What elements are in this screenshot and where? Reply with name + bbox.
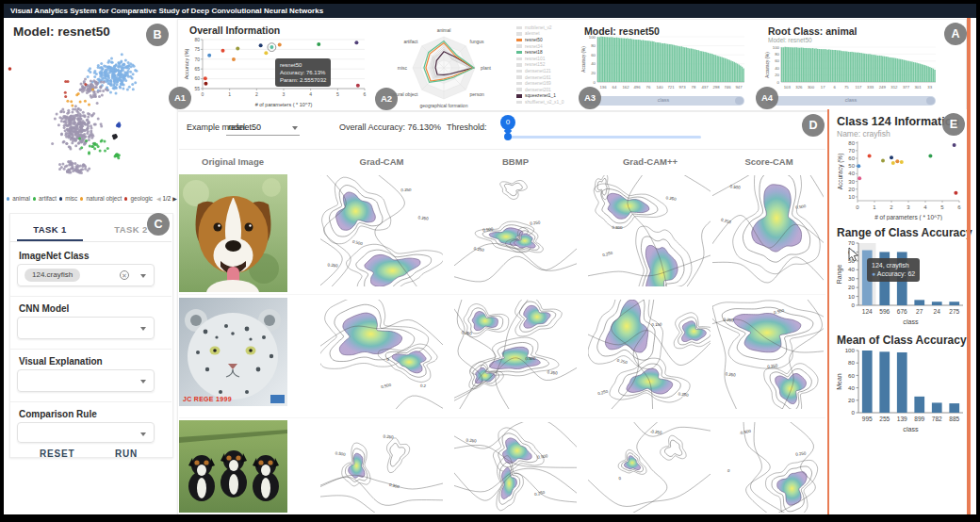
chart-text: 6 [364, 91, 367, 97]
chart-text: 0 [852, 302, 856, 308]
chart-text: 40 [848, 384, 855, 391]
saliency-map-bbmp-row1[interactable]: 0.2500.5000.250 [454, 300, 577, 409]
tooltip-accuracy: Accuracy: 76.13% [280, 69, 326, 76]
legend-swatch [516, 63, 522, 67]
class-hierarchy-radar[interactable]: animalfungusplantpersongeographical form… [390, 23, 513, 113]
model-accuracy-bars[interactable]: 0204060801001366416249676140721973784372… [580, 34, 746, 94]
chart-text: 40 [848, 266, 855, 272]
legend-label: densenet201 [525, 88, 551, 92]
saliency-map-grad-cam-row0[interactable]: 0.2500.2500.5000.250 [320, 175, 443, 286]
radar-legend-item-mobilenet_v2[interactable]: mobilenet_v2 [516, 24, 584, 31]
model-chart-xlabel: class [582, 97, 744, 103]
chart-text: 20 [848, 284, 855, 290]
saliency-map-score-cam-row1[interactable]: 0.2500.5000.2500.250 [712, 300, 824, 409]
class-info-scatter[interactable]: 10203040506070800123456# of parameters (… [835, 138, 967, 220]
class-chip[interactable]: 124.crayfish [24, 269, 80, 282]
cnn-model-select[interactable] [17, 317, 155, 339]
radar-legend-item-resnet50[interactable]: resnet50 [516, 37, 584, 43]
divider [9, 349, 172, 350]
radar-legend-item-resnet18[interactable]: resnet18 [516, 49, 584, 56]
visual-explanation-select[interactable] [17, 369, 155, 392]
legend-label: resnet18 [525, 50, 543, 55]
chart-text: 995 [862, 416, 873, 422]
chart-text: 5 [940, 204, 944, 210]
radar-legend-item-densenet121[interactable]: densenet121 [516, 68, 584, 74]
saliency-map-score-cam-row2[interactable]: -0.5000.2500 [712, 422, 824, 513]
chart-text: 596 [879, 308, 890, 315]
row-divider [179, 417, 825, 418]
legend-label: resnet101 [525, 57, 545, 61]
badge-a2: A2 [375, 88, 398, 110]
chart-text: 496 [633, 85, 641, 90]
radar-legend-item-resnet152[interactable]: resnet152 [516, 62, 584, 69]
radar-legend-item-densenet169[interactable]: densenet169 [516, 80, 584, 87]
legend-swatch [516, 32, 522, 36]
chart-text: 0.500 [729, 184, 741, 189]
radar-legend-item-resnet101[interactable]: resnet101 [516, 56, 584, 62]
saliency-map-grad-cam-pp-row1[interactable]: 0.1500.2500.2500.250 [588, 300, 710, 409]
chart-text: 33 [927, 85, 932, 90]
root-class-xlabel: class [766, 97, 936, 103]
radar-legend-item-squeezenet1_1[interactable]: squeezenet1_1 [516, 93, 584, 100]
legend-label: squeezenet1_1 [525, 93, 556, 98]
mean-accuracy-bars[interactable]: 020406080100995255139899782885classMean [835, 345, 967, 433]
chart-text: Accuracy (%) [184, 48, 189, 79]
saliency-map-score-cam-row0[interactable]: 0.5000.2500.500 [712, 175, 824, 286]
saliency-map-grad-cam-pp-row2[interactable]: -0.2500 [588, 422, 710, 513]
original-image-snow-leopard[interactable]: JC REGE 1999 [179, 298, 287, 406]
original-image-dog[interactable] [179, 174, 287, 292]
mouse-cursor-icon [848, 247, 859, 262]
saliency-map-grad-cam-pp-row0[interactable]: 0.2500.5000.250 [588, 175, 710, 286]
tab-task-1[interactable]: TASK 1 [9, 219, 90, 240]
page-prev-icon[interactable]: ◀ [156, 195, 161, 202]
divider [9, 296, 172, 297]
reset-button[interactable]: RESET [40, 449, 74, 459]
chart-text: 100 [773, 45, 780, 50]
saliency-map-grad-cam-row2[interactable]: 0.2500.5000.300 [320, 422, 443, 513]
chart-text: 326 [795, 85, 803, 90]
chart-text: plant [481, 65, 491, 71]
imagenet-class-select[interactable]: 124.crayfish ✕ [17, 264, 155, 286]
chart-text: 80 [775, 52, 779, 57]
comparison-rule-select[interactable] [17, 422, 155, 443]
chart-text: 80 [591, 43, 596, 48]
threshold-slider-handle[interactable] [504, 133, 512, 140]
chart-text: 0.500 [795, 204, 807, 210]
run-button[interactable]: RUN [115, 449, 138, 459]
bar-tooltip: 124, crayfish ● Accuracy: 62 [867, 258, 920, 282]
legend-swatch [516, 82, 522, 86]
saliency-map-bbmp-row2[interactable]: 0.2500.5000.250 [454, 422, 577, 513]
chart-text: Accuracy (%) [581, 46, 586, 73]
chart-text: 2 [255, 91, 258, 97]
saliency-map-grad-cam-row1[interactable]: 0.5000.20 [320, 300, 443, 409]
legend-label: shufflenet_v2_x1_0 [525, 100, 564, 105]
clear-icon[interactable]: ✕ [120, 270, 129, 280]
saliency-map-bbmp-row0[interactable]: 0.5000.2500.250 [454, 175, 577, 286]
radar-legend-item-densenet201[interactable]: densenet201 [516, 87, 584, 93]
model-chart-scrollbar[interactable]: class [582, 96, 744, 106]
threshold-slider-track[interactable] [507, 136, 701, 139]
radar-legend-item-shufflenet_v2_x1_0[interactable]: shufflenet_v2_x1_0 [516, 99, 584, 106]
root-class-accuracy-bars[interactable]: 0204060801001033263001767511733324931237… [764, 44, 938, 94]
root-class-scrollbar[interactable]: class [766, 96, 936, 106]
legend-label: densenet169 [525, 81, 551, 86]
chart-text: 0 [727, 468, 731, 473]
tooltip-param: Param: 2.5557032 [280, 76, 326, 84]
legend-dot [33, 197, 36, 201]
badge-d: D [802, 114, 825, 137]
example-model-select[interactable]: resnet50 [226, 121, 300, 136]
legend-label: resnet34 [525, 44, 543, 49]
chart-text: 333 [867, 85, 874, 90]
chart-text: 65 [194, 66, 200, 72]
original-image-puppies[interactable] [179, 420, 287, 513]
radar-legend-item-alexnet[interactable]: alexnet [516, 31, 584, 38]
threshold-value-pin[interactable]: 0 [500, 115, 515, 130]
radar-legend-item-densenet161[interactable]: densenet161 [516, 74, 584, 81]
legend-swatch [516, 39, 522, 42]
root-class-subtitle: Model: resnet50 [768, 37, 812, 43]
chart-text: # of parameters ( * 10^7) [874, 214, 942, 221]
divider [9, 241, 172, 242]
badge-c: C [147, 213, 170, 236]
divider [9, 401, 172, 402]
radar-legend-item-resnet34[interactable]: resnet34 [516, 43, 584, 50]
